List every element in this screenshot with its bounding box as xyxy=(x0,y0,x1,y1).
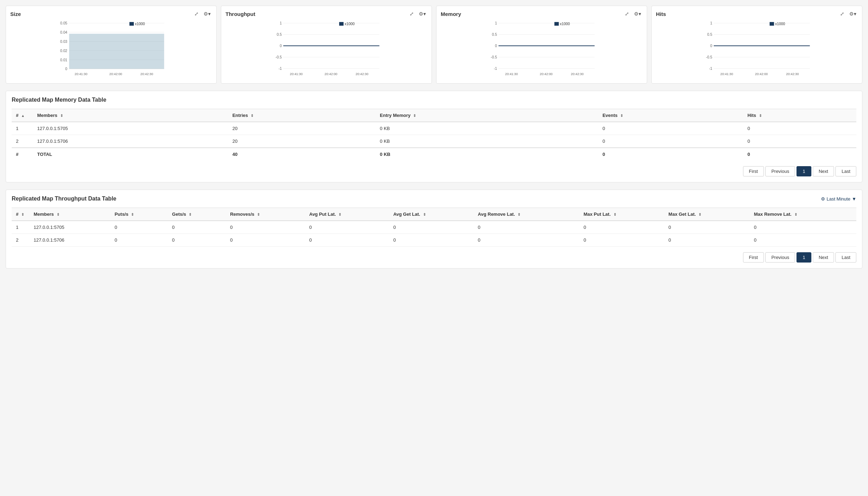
tp-col-avgput[interactable]: Avg Put Lat. ⇕ xyxy=(305,208,389,221)
tp-row1-maxput: 0 xyxy=(579,221,664,234)
tp-col-removes[interactable]: Removes/s ⇕ xyxy=(226,208,305,221)
svg-text:0: 0 xyxy=(65,67,67,71)
svg-text:0.01: 0.01 xyxy=(60,58,67,62)
svg-text:-1: -1 xyxy=(279,67,282,71)
svg-text:0.05: 0.05 xyxy=(60,21,67,25)
throughput-chart-card: Throughput ⤢ ⚙▾ 1 0.5 0 -0.5 -1 xyxy=(221,6,432,84)
col-members[interactable]: Members ⇕ xyxy=(33,109,228,122)
sort-tp-members-icon: ⇕ xyxy=(57,213,59,216)
throughput-table-row: 2 127.0.0.1:5706 0 0 0 0 0 0 0 0 0 xyxy=(12,234,856,247)
tp-row2-avgput: 0 xyxy=(305,234,389,247)
last-minute-control[interactable]: ⚙ Last Minute ▼ xyxy=(821,196,856,202)
tp-row1-avgremove: 0 xyxy=(474,221,579,234)
hits-settings-btn[interactable]: ⚙▾ xyxy=(848,10,858,17)
memory-page-btn[interactable]: 1 xyxy=(796,166,811,176)
row1-entries: 20 xyxy=(228,122,376,135)
tp-col-gets[interactable]: Gets/s ⇕ xyxy=(168,208,226,221)
size-settings-btn[interactable]: ⚙▾ xyxy=(202,10,212,17)
svg-text:-1: -1 xyxy=(709,67,712,71)
svg-text:1: 1 xyxy=(495,21,497,25)
total-label: TOTAL xyxy=(33,148,228,160)
svg-text:20:42:30: 20:42:30 xyxy=(786,72,799,76)
tp-row2-maxput: 0 xyxy=(579,234,664,247)
tp-row2-num: 2 xyxy=(12,234,29,247)
tp-col-maxget[interactable]: Max Get Lat. ⇕ xyxy=(664,208,749,221)
svg-text:0.5: 0.5 xyxy=(277,33,282,36)
throughput-expand-btn[interactable]: ⤢ xyxy=(408,10,415,17)
col-entries[interactable]: Entries ⇕ xyxy=(228,109,376,122)
memory-previous-btn[interactable]: Previous xyxy=(765,166,795,176)
svg-text:0.02: 0.02 xyxy=(60,49,67,53)
tp-row2-puts: 0 xyxy=(110,234,168,247)
memory-chart-card: Memory ⤢ ⚙▾ 1 0.5 0 -0.5 -1 xyxy=(436,6,647,84)
sort-tp-removes-icon: ⇕ xyxy=(257,213,260,216)
svg-text:0.5: 0.5 xyxy=(492,33,497,36)
tp-col-avgremove[interactable]: Avg Remove Lat. ⇕ xyxy=(474,208,579,221)
last-minute-label: Last Minute xyxy=(827,196,850,202)
memory-table-row: 1 127.0.0.1:5705 20 0 KB 0 0 xyxy=(12,122,856,135)
svg-text:20:42:30: 20:42:30 xyxy=(141,72,153,76)
throughput-settings-btn[interactable]: ⚙▾ xyxy=(417,10,427,17)
hits-expand-btn[interactable]: ⤢ xyxy=(839,10,846,17)
tp-row1-num: 1 xyxy=(12,221,29,234)
row2-entries: 20 xyxy=(228,135,376,148)
row1-member: 127.0.0.1:5705 xyxy=(33,122,228,135)
svg-text:20:41:30: 20:41:30 xyxy=(720,72,733,76)
col-num[interactable]: # ▲ xyxy=(12,109,33,122)
row1-entry-memory: 0 KB xyxy=(376,122,598,135)
memory-settings-btn[interactable]: ⚙▾ xyxy=(633,10,643,17)
size-chart-card: Size ⤢ ⚙▾ 0.05 0.04 0.03 0.02 0.01 0 xyxy=(6,6,217,84)
svg-text:20:42:30: 20:42:30 xyxy=(571,72,584,76)
tp-row1-removes: 0 xyxy=(226,221,305,234)
total-events: 0 xyxy=(598,148,743,160)
throughput-data-section: Replicated Map Throughput Data Table ⚙ L… xyxy=(6,190,862,269)
throughput-first-btn[interactable]: First xyxy=(743,252,764,263)
svg-text:x1000: x1000 xyxy=(135,22,145,26)
svg-text:x1000: x1000 xyxy=(345,22,355,26)
throughput-previous-btn[interactable]: Previous xyxy=(765,252,795,263)
throughput-next-btn[interactable]: Next xyxy=(813,252,834,263)
throughput-chart-area: 1 0.5 0 -0.5 -1 x1000 20:41:30 20:42:00 xyxy=(225,20,427,77)
memory-expand-btn[interactable]: ⤢ xyxy=(623,10,630,17)
row2-member: 127.0.0.1:5706 xyxy=(33,135,228,148)
size-expand-btn[interactable]: ⤢ xyxy=(193,10,200,17)
col-hits[interactable]: Hits ⇕ xyxy=(743,109,856,122)
sort-members-icon: ⇕ xyxy=(60,114,63,118)
throughput-pagination: First Previous 1 Next Last xyxy=(12,252,856,263)
memory-next-btn[interactable]: Next xyxy=(813,166,834,176)
gear-icon: ⚙ xyxy=(821,196,825,202)
throughput-chart-title: Throughput xyxy=(225,11,255,17)
row1-num: 1 xyxy=(12,122,33,135)
col-events[interactable]: Events ⇕ xyxy=(598,109,743,122)
svg-text:0.03: 0.03 xyxy=(60,40,67,44)
throughput-page-btn[interactable]: 1 xyxy=(796,252,811,263)
row2-num: 2 xyxy=(12,135,33,148)
svg-text:0: 0 xyxy=(710,44,712,48)
sort-tp-avgget-icon: ⇕ xyxy=(423,213,426,216)
row2-entry-memory: 0 KB xyxy=(376,135,598,148)
svg-text:1: 1 xyxy=(280,21,282,25)
sort-tp-avgremove-icon: ⇕ xyxy=(518,213,520,216)
svg-text:0: 0 xyxy=(280,44,282,48)
tp-col-maxremove[interactable]: Max Remove Lat. ⇕ xyxy=(750,208,856,221)
throughput-last-btn[interactable]: Last xyxy=(835,252,856,263)
memory-first-btn[interactable]: First xyxy=(743,166,764,176)
total-hits: 0 xyxy=(743,148,856,160)
svg-text:20:41:30: 20:41:30 xyxy=(505,72,518,76)
svg-text:20:42:00: 20:42:00 xyxy=(109,72,122,76)
tp-col-avgget[interactable]: Avg Get Lat. ⇕ xyxy=(389,208,474,221)
tp-row2-member: 127.0.0.1:5706 xyxy=(29,234,110,247)
tp-col-num[interactable]: # ⇕ xyxy=(12,208,29,221)
svg-text:-0.5: -0.5 xyxy=(706,55,712,59)
tp-col-puts[interactable]: Puts/s ⇕ xyxy=(110,208,168,221)
memory-last-btn[interactable]: Last xyxy=(835,166,856,176)
total-entry-memory: 0 KB xyxy=(376,148,598,160)
svg-marker-12 xyxy=(69,34,164,69)
tp-col-members[interactable]: Members ⇕ xyxy=(29,208,110,221)
memory-data-section: Replicated Map Memory Data Table # ▲ Mem… xyxy=(6,91,862,182)
throughput-table-header-row: # ⇕ Members ⇕ Puts/s ⇕ Gets/s ⇕ Removes/… xyxy=(12,208,856,221)
throughput-table-title: Replicated Map Throughput Data Table xyxy=(12,196,116,202)
tp-col-maxput[interactable]: Max Put Lat. ⇕ xyxy=(579,208,664,221)
memory-chart-title: Memory xyxy=(441,11,461,17)
col-entry-memory[interactable]: Entry Memory ⇕ xyxy=(376,109,598,122)
